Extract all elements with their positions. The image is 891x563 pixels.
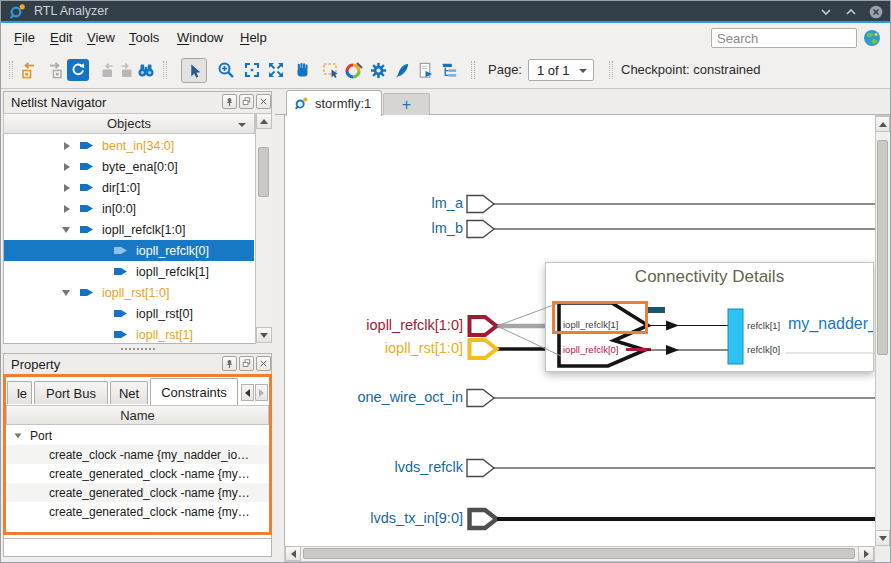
pin-icon[interactable] (222, 94, 237, 109)
float-panel-icon[interactable] (239, 356, 254, 371)
page-select[interactable]: 1 of 1 (528, 59, 594, 81)
globe-icon[interactable] (863, 29, 881, 47)
expander-icon[interactable] (62, 227, 70, 233)
back-icon[interactable] (17, 59, 39, 81)
port-symbol-rst[interactable] (470, 340, 497, 358)
port-symbol[interactable] (467, 390, 494, 407)
port-symbol-refclk[interactable] (470, 317, 497, 335)
constraint-row[interactable]: create_clock -name {my_nadder_io… (6, 445, 269, 464)
pan-hand-icon[interactable] (291, 59, 313, 81)
float-panel-icon[interactable] (239, 94, 254, 109)
scrollbar-thumb[interactable] (303, 548, 855, 559)
expander-icon[interactable] (64, 205, 70, 213)
canvas-hscrollbar[interactable] (284, 546, 875, 562)
new-tab-button[interactable]: + (383, 93, 430, 115)
expander-icon[interactable] (62, 290, 70, 296)
menu-file[interactable]: File (10, 25, 39, 51)
tree-item[interactable]: iopll_refclk[1] (4, 261, 254, 282)
port-symbol[interactable] (467, 221, 494, 238)
port-symbol[interactable] (467, 196, 494, 213)
netlist-scrollbar[interactable] (255, 113, 272, 344)
tree-item[interactable]: bent_in[34:0] (4, 135, 254, 156)
expander-icon[interactable] (64, 163, 70, 171)
expander-icon[interactable] (64, 184, 70, 192)
zoom-fit-icon[interactable] (241, 59, 263, 81)
tab-port-bus[interactable]: Port Bus (34, 381, 108, 404)
tree-item-selected[interactable]: iopll_refclk[0] (4, 240, 254, 261)
menu-view[interactable]: View (83, 25, 119, 51)
module-pin-block[interactable] (728, 309, 743, 364)
tab-module[interactable]: le (7, 381, 32, 404)
port-label[interactable]: one_wire_oct_in (287, 389, 463, 405)
scroll-right-icon[interactable] (858, 546, 874, 561)
zoom-in-icon[interactable] (215, 59, 237, 81)
dest-pin-label[interactable]: refclk[0] (747, 344, 780, 356)
tree-item[interactable]: iopll_refclk[1:0] (4, 219, 254, 240)
port-label-rst[interactable]: iopll_rst[1:0] (287, 340, 463, 356)
area-select-icon[interactable] (320, 59, 342, 81)
scroll-down-icon[interactable] (256, 327, 272, 343)
menu-tools[interactable]: Tools (125, 25, 163, 51)
tree-item[interactable]: in[0:0] (4, 198, 254, 219)
toolbar-grip[interactable] (163, 61, 167, 79)
quill-icon[interactable] (391, 59, 413, 81)
tree-item[interactable]: iopll_rst[1:0] (4, 282, 254, 303)
constraint-group-row[interactable]: Port (6, 426, 269, 445)
tree-item[interactable]: iopll_rst[0] (4, 303, 254, 324)
maximize-icon[interactable] (842, 3, 859, 20)
source-pin-label[interactable]: iopll_refclk[0] (563, 344, 618, 356)
tab-net[interactable]: Net (110, 381, 148, 404)
menu-edit[interactable]: Edit (46, 25, 76, 51)
tree-item[interactable]: byte_ena[0:0] (4, 156, 254, 177)
port-label[interactable]: lvds_refclk (287, 459, 463, 475)
port-symbol[interactable] (467, 460, 494, 477)
highlight-color-icon[interactable] (343, 59, 365, 81)
report-icon[interactable] (414, 59, 436, 81)
instance-name-label[interactable]: my_nadder_ (788, 315, 874, 333)
minimize-icon[interactable] (817, 3, 834, 20)
menu-help[interactable]: Help (236, 25, 271, 51)
search-input[interactable] (711, 28, 857, 48)
scrollbar-thumb[interactable] (258, 147, 269, 197)
close-panel-icon[interactable] (256, 356, 271, 371)
menu-window[interactable]: Window (173, 25, 227, 51)
settings-gear-icon[interactable] (367, 59, 389, 81)
expander-icon[interactable] (64, 142, 70, 150)
tree-item[interactable]: dir[1:0] (4, 177, 254, 198)
dest-pin-label[interactable]: refclk[1] (747, 320, 780, 332)
scrollbar-thumb[interactable] (877, 140, 888, 355)
scroll-up-icon[interactable] (256, 113, 272, 129)
objects-column-header[interactable]: Objects (3, 113, 255, 134)
name-column-header[interactable]: Name (6, 405, 269, 425)
toolbar-grip[interactable] (609, 61, 613, 79)
port-label-refclk[interactable]: iopll_refclk[1:0] (287, 317, 463, 333)
port-symbol-bus[interactable] (470, 510, 497, 528)
pin-icon[interactable] (222, 356, 237, 371)
select-tool-icon[interactable] (181, 58, 207, 83)
tab-scroll-left-icon[interactable] (241, 384, 254, 401)
binoculars-find-icon[interactable] (135, 59, 157, 81)
tree-item[interactable]: iopll_rst[1] (4, 324, 254, 345)
tab-stormfly[interactable]: stormfly:1 (286, 90, 382, 116)
scroll-up-icon[interactable] (875, 116, 890, 132)
close-panel-icon[interactable] (256, 94, 271, 109)
port-label[interactable]: lm_a (287, 195, 463, 211)
canvas-vscrollbar[interactable] (875, 115, 891, 546)
schematic-canvas[interactable]: lm_a lm_b iopll_refclk[1:0] iopll_rst[1:… (284, 115, 875, 546)
tab-constraints[interactable]: Constraints (150, 378, 238, 405)
constraint-row[interactable]: create_generated_clock -name {my… (6, 483, 269, 502)
constraint-row[interactable]: create_generated_clock -name {my… (6, 502, 269, 521)
refresh-icon[interactable] (67, 59, 89, 81)
port-label[interactable]: lm_b (287, 220, 463, 236)
scroll-left-icon[interactable] (285, 546, 301, 561)
toolbar-grip[interactable] (471, 61, 475, 79)
scroll-down-icon[interactable] (875, 530, 890, 546)
toolbar-grip[interactable] (9, 61, 13, 79)
constraint-row[interactable]: create_generated_clock -name {my… (6, 464, 269, 483)
close-icon[interactable] (867, 3, 884, 20)
panel-resize-handle[interactable] (3, 345, 272, 353)
expand-view-icon[interactable] (265, 59, 287, 81)
hierarchy-icon[interactable] (438, 59, 460, 81)
port-label[interactable]: lvds_tx_in[9:0] (287, 510, 463, 526)
expander-icon[interactable] (15, 433, 22, 438)
